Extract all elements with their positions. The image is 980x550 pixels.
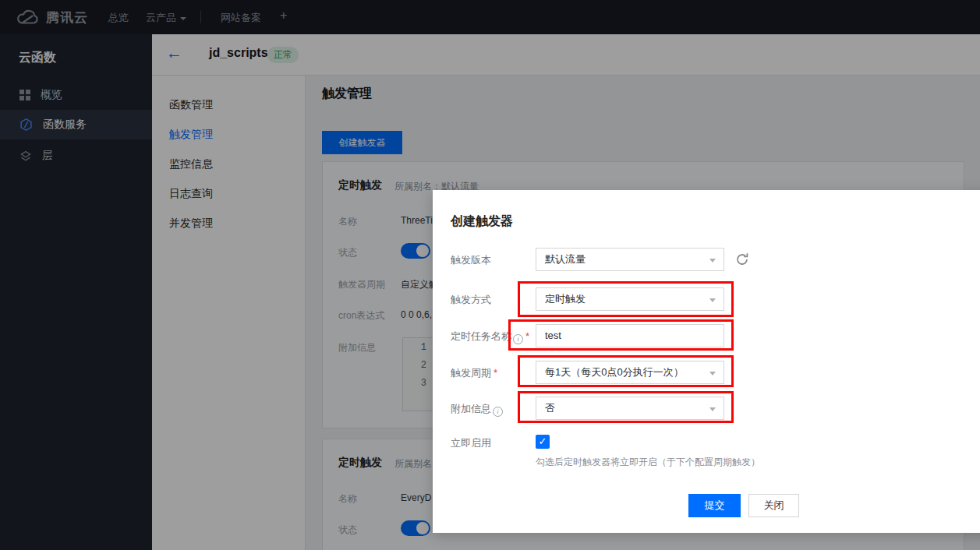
required-asterisk: * [494,367,497,379]
trigger-method-select[interactable]: 定时触发 [536,287,724,311]
select-caret-icon [709,259,716,263]
app-window: 腾讯云 总览 云产品 网站备案 + 云函数 概览 函数服务 层 [0,0,980,550]
select-caret-icon [709,298,716,302]
extra-info-label: 附加信息i [451,402,503,417]
modal-title: 创建触发器 [451,213,513,230]
enable-now-helper-text: 勾选后定时触发器将立即开启（于下个配置周期触发） [536,456,760,469]
select-caret-icon [709,372,716,375]
enable-now-checkbox[interactable]: ✓ [536,435,550,449]
trigger-period-value: 每1天（每天0点0分执行一次） [545,366,684,378]
info-icon: i [513,334,523,344]
refresh-button[interactable] [734,251,751,268]
select-caret-icon [709,407,716,411]
trigger-period-select[interactable]: 每1天（每天0点0分执行一次） [536,361,724,384]
trigger-period-label: 触发周期* [451,366,497,380]
refresh-icon [734,251,751,268]
timer-task-name-input[interactable]: test [536,324,724,347]
checkmark-icon: ✓ [539,435,547,447]
create-trigger-modal: 创建触发器 触发版本 默认流量 触发方式 定时触发 定时任务名称i* test [433,190,980,533]
trigger-version-label: 触发版本 [451,253,491,267]
close-button[interactable]: 关闭 [748,494,799,517]
trigger-version-select[interactable]: 默认流量 [536,248,724,271]
timer-task-name-value: test [545,330,561,341]
required-asterisk: * [525,330,529,342]
trigger-method-value: 定时触发 [545,293,586,305]
extra-info-select[interactable]: 否 [536,397,724,420]
timer-task-name-label: 定时任务名称i* [451,330,529,344]
trigger-method-label: 触发方式 [451,293,491,307]
submit-button[interactable]: 提交 [688,494,741,517]
trigger-version-value: 默认流量 [545,253,586,265]
extra-info-value: 否 [545,402,555,414]
info-icon: i [493,407,503,417]
enable-now-label: 立即启用 [451,436,491,450]
